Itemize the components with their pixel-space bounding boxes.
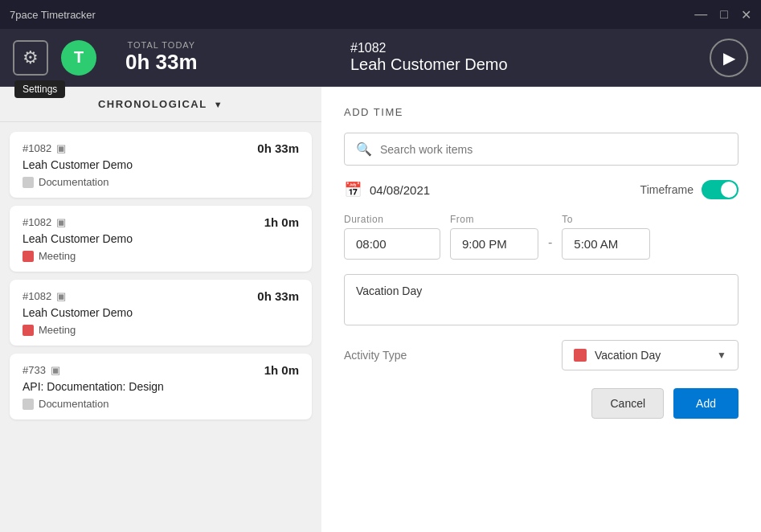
add-time-title: ADD TIME: [344, 106, 738, 118]
tag-color-icon: [23, 251, 34, 262]
tag-label: Documentation: [39, 176, 108, 188]
header-bar: ⚙ Settings T TOTAL TODAY 0h 33m #1082 Le…: [0, 29, 761, 87]
card-title: Leah Customer Demo: [23, 158, 299, 171]
card-id-area: #733 ▣: [23, 364, 60, 376]
comment-icon: ▣: [56, 290, 66, 302]
card-id: #1082: [23, 142, 51, 154]
card-id: #1082: [23, 216, 51, 228]
card-top-row: #733 ▣ 1h 0m: [23, 363, 299, 377]
time-entry-card[interactable]: #1082 ▣ 0h 33m Leah Customer Demo Meetin…: [10, 280, 312, 346]
activity-name: Vacation Day: [595, 349, 661, 362]
activity-type-select[interactable]: Vacation Day ▼: [562, 340, 738, 370]
header-left: ⚙ Settings T TOTAL TODAY 0h 33m: [13, 40, 334, 76]
card-id: #733: [23, 364, 46, 376]
tag-label: Meeting: [39, 324, 76, 336]
time-entry-card[interactable]: #1082 ▣ 1h 0m Leah Customer Demo Meeting: [10, 206, 312, 272]
card-top-row: #1082 ▣ 0h 33m: [23, 289, 299, 303]
title-bar: 7pace Timetracker — □ ✕: [0, 0, 761, 29]
to-field-group: To: [562, 214, 650, 260]
action-buttons: Cancel Add: [344, 388, 738, 419]
work-item-title: Leah Customer Demo: [350, 55, 508, 74]
card-top-row: #1082 ▣ 0h 33m: [23, 141, 299, 155]
avatar: T: [61, 40, 96, 76]
duration-field-group: Duration: [344, 214, 440, 260]
comment-icon: ▣: [56, 142, 66, 154]
time-entry-card[interactable]: #1082 ▣ 0h 33m Leah Customer Demo Docume…: [10, 132, 312, 198]
duration-input[interactable]: [344, 228, 440, 260]
card-tag: Documentation: [23, 176, 299, 188]
to-input[interactable]: [562, 228, 650, 260]
activity-type-label: Activity Type: [344, 349, 407, 362]
card-title: Leah Customer Demo: [23, 232, 299, 245]
activity-color-icon: [574, 349, 587, 362]
card-duration: 0h 33m: [257, 141, 299, 155]
dash-separator: -: [548, 235, 552, 250]
card-tag: Documentation: [23, 398, 299, 410]
left-panel: CHRONOLOGICAL ▼ #1082 ▣ 0h 33m Leah Cust…: [0, 87, 321, 532]
chrono-chevron-icon: ▼: [214, 100, 223, 109]
view-mode-label: CHRONOLOGICAL: [98, 98, 207, 110]
date-timeframe-row: 📅 04/08/2021 Timeframe: [344, 180, 738, 199]
items-list: #1082 ▣ 0h 33m Leah Customer Demo Docume…: [0, 122, 321, 532]
total-today-time: 0h 33m: [125, 50, 198, 75]
timeframe-toggle[interactable]: [702, 180, 738, 199]
card-tag: Meeting: [23, 324, 299, 336]
right-panel: ADD TIME 🔍 📅 04/08/2021 Timeframe Durati…: [321, 87, 761, 532]
add-button[interactable]: Add: [673, 388, 738, 419]
maximize-button[interactable]: □: [720, 7, 728, 22]
card-title: Leah Customer Demo: [23, 306, 299, 319]
duration-label: Duration: [344, 214, 440, 225]
from-label: From: [450, 214, 538, 225]
search-icon: 🔍: [356, 141, 372, 157]
timeframe-label: Timeframe: [640, 183, 693, 196]
card-duration: 1h 0m: [264, 215, 299, 229]
tag-label: Documentation: [39, 398, 108, 410]
title-bar-controls: — □ ✕: [694, 7, 751, 23]
card-duration: 0h 33m: [257, 289, 299, 303]
activity-select-inner: Vacation Day: [574, 349, 661, 362]
comment-icon: ▣: [56, 216, 66, 228]
total-today-label: TOTAL TODAY: [125, 40, 198, 50]
card-title: API: Documentation: Design: [23, 380, 299, 393]
minimize-button[interactable]: —: [694, 7, 707, 22]
from-input[interactable]: [450, 228, 538, 260]
search-box[interactable]: 🔍: [344, 133, 738, 166]
notes-textarea[interactable]: Vacation Day: [344, 274, 738, 325]
time-entry-card[interactable]: #733 ▣ 1h 0m API: Documentation: Design …: [10, 354, 312, 419]
app-title: 7pace Timetracker: [10, 9, 96, 21]
play-button[interactable]: ▶: [710, 39, 748, 77]
card-id-area: #1082 ▣: [23, 216, 66, 228]
work-item-info: #1082 Leah Customer Demo: [350, 41, 508, 74]
duration-row: Duration From - To: [344, 214, 738, 260]
title-bar-left: 7pace Timetracker: [10, 9, 96, 21]
card-id-area: #1082 ▣: [23, 142, 66, 154]
header-right: #1082 Leah Customer Demo ▶: [334, 39, 748, 77]
comment-icon: ▣: [51, 364, 60, 376]
tag-color-icon: [23, 399, 34, 410]
settings-tooltip: Settings: [14, 80, 65, 98]
cancel-button[interactable]: Cancel: [591, 388, 664, 419]
card-id-area: #1082 ▣: [23, 290, 66, 302]
card-top-row: #1082 ▣ 1h 0m: [23, 215, 299, 229]
card-id: #1082: [23, 290, 51, 302]
from-field-group: From: [450, 214, 538, 260]
tag-color-icon: [23, 177, 34, 188]
timeframe-row: Timeframe: [640, 180, 738, 199]
close-button[interactable]: ✕: [741, 7, 751, 23]
date-value: 04/08/2021: [370, 183, 430, 197]
to-label: To: [562, 214, 650, 225]
card-tag: Meeting: [23, 250, 299, 262]
total-today-block: TOTAL TODAY 0h 33m: [125, 40, 198, 75]
body-area: CHRONOLOGICAL ▼ #1082 ▣ 0h 33m Leah Cust…: [0, 87, 761, 532]
date-field[interactable]: 📅 04/08/2021: [344, 181, 430, 198]
activity-chevron-down-icon: ▼: [717, 350, 726, 361]
activity-row: Activity Type Vacation Day ▼: [344, 340, 738, 370]
tag-label: Meeting: [39, 250, 76, 262]
calendar-icon: 📅: [344, 181, 362, 198]
work-item-id: #1082: [350, 41, 508, 55]
app-container: ⚙ Settings T TOTAL TODAY 0h 33m #1082 Le…: [0, 29, 761, 532]
settings-button[interactable]: ⚙ Settings: [13, 40, 48, 76]
tag-color-icon: [23, 325, 34, 336]
search-input[interactable]: [380, 143, 726, 156]
card-duration: 1h 0m: [264, 363, 299, 377]
